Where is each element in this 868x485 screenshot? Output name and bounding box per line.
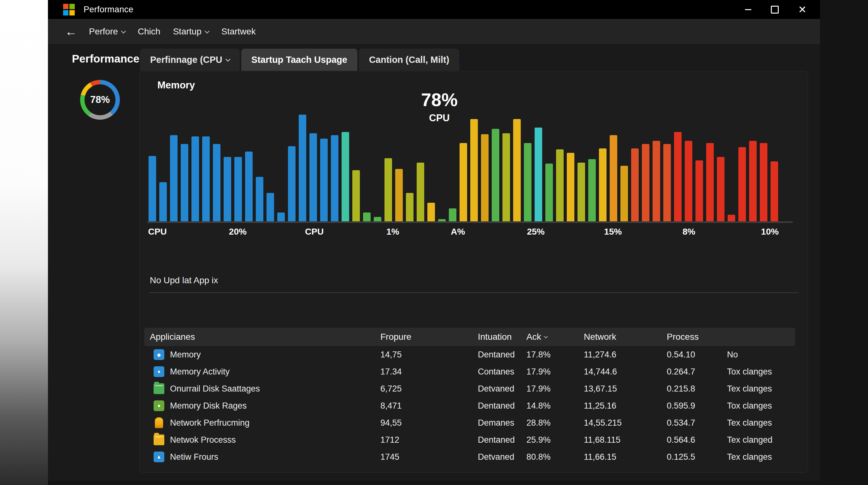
chart-bar (599, 148, 607, 221)
chart-title: Memory (157, 80, 195, 91)
cell-status: No (727, 350, 795, 360)
gauge-center: 78% (85, 84, 116, 115)
nav-item-startwek[interactable]: Startwek (221, 27, 256, 37)
cell-process: 0.215.8 (667, 384, 727, 394)
chart-bar (760, 143, 767, 221)
column-header-applicianes[interactable]: Applicianes (144, 332, 380, 342)
chevron-down-icon (205, 28, 210, 33)
cell-intuation: Dentaned (478, 435, 526, 445)
chart-axis-line (147, 221, 793, 223)
chart-bar (224, 157, 231, 221)
nav-item-label: Startup (173, 27, 201, 37)
memory-disk-icon: ● (154, 400, 164, 411)
cell-process: 0.595.9 (667, 401, 727, 411)
cell-ack: 17.9% (526, 384, 584, 394)
cell-network: 11,68.115 (584, 435, 667, 445)
process-name: Onurrail Disk Saattages (170, 384, 260, 394)
performance-card: Memory 78% CPU CPU20%CPU1%A%25%15%8%10% … (140, 71, 808, 473)
cell-fropure: 8,471 (380, 401, 478, 411)
tab-label: Startup Taach Uspage (251, 55, 347, 65)
chart-bar (738, 147, 746, 221)
table-row[interactable]: Netwok Processs1712Dentaned25.9%11,68.11… (144, 431, 795, 448)
chart-bar (610, 135, 617, 221)
table-row[interactable]: Network Perfrucming94,55Demanes28.8%14,5… (144, 414, 795, 431)
cell-intuation: Contanes (478, 367, 526, 377)
chart-bar (256, 177, 264, 221)
chart-bar (653, 141, 660, 221)
cell-ack: 28.8% (526, 418, 584, 428)
nav-item-chich[interactable]: Chich (138, 27, 160, 37)
chevron-down-icon (225, 57, 230, 62)
cell-name: ●Memory Activity (144, 366, 380, 377)
column-header-intuation[interactable]: Intuation (478, 332, 526, 342)
chart-bar (352, 170, 360, 221)
cell-fropure: 1745 (380, 452, 478, 462)
nav-item-startup[interactable]: Startup (173, 27, 209, 37)
cell-process: 0.54.10 (667, 350, 727, 360)
axis-tick-label: 8% (683, 227, 695, 237)
chart-bar (309, 133, 317, 221)
chart-tick-labels: CPU20%CPU1%A%25%15%8%10% (149, 227, 781, 238)
process-name: Netiw Frours (170, 452, 218, 462)
cell-network: 11,274.6 (584, 350, 667, 360)
column-header-ack[interactable]: Ack (526, 332, 584, 342)
chart-bar (159, 182, 167, 221)
maximize-button[interactable] (771, 6, 779, 13)
minimize-button[interactable] (745, 9, 751, 10)
column-header-label: Ack (526, 332, 541, 342)
cell-intuation: Dentaned (478, 401, 526, 411)
windows-logo-icon (63, 4, 75, 16)
cell-ack: 17.8% (526, 350, 584, 360)
disk-storage-folder-icon (154, 383, 164, 394)
gauge-value: 78% (90, 94, 110, 106)
tab-perfinnage-cpu[interactable]: Perfinnage (CPU (140, 49, 240, 71)
chart-bar (288, 146, 296, 221)
column-header-process[interactable]: Process (667, 332, 727, 342)
column-header-fropure[interactable]: Fropure (380, 332, 478, 342)
table-row[interactable]: ●Memory Disk Rages8,471Dentaned14.8%11,2… (144, 397, 795, 414)
chart-bar (771, 161, 778, 221)
tab-label: Perfinnage (CPU (150, 55, 222, 65)
chart-bar (460, 143, 467, 221)
cell-network: 11,66.15 (584, 452, 667, 462)
chart-bar (342, 132, 349, 221)
chart-bar (535, 127, 542, 221)
back-button[interactable]: ← (65, 26, 77, 37)
tab-startup-taach-uspage[interactable]: Startup Taach Uspage (241, 49, 358, 71)
network-image-icon: ▲ (154, 452, 164, 462)
close-button[interactable]: × (798, 3, 806, 16)
column-header-label: Fropure (380, 332, 411, 342)
table-row[interactable]: ●Memory Activity17.34Contanes17.9%14,744… (144, 363, 795, 380)
main-content: Performance 78% Perfinnage (CPUStartup T… (48, 44, 820, 481)
nav-item-label: Perfore (89, 27, 118, 37)
cell-fropure: 1712 (380, 435, 478, 445)
chart-bar (427, 203, 435, 221)
table-row[interactable]: ▲Netiw Frours1745Detvaned80.8%11,66.150.… (144, 448, 795, 465)
cell-name: ●Memory Disk Rages (144, 400, 380, 411)
chart-bar (181, 144, 188, 221)
table-row[interactable]: ◆Memory14,75Dentaned17.8%11,274.60.54.10… (144, 346, 795, 363)
chart-bar (470, 119, 478, 221)
nav-item-label: Chich (138, 27, 160, 37)
cell-intuation: Dentaned (478, 350, 526, 360)
chart-bar (395, 169, 403, 221)
axis-tick-label: A% (451, 227, 465, 237)
column-header-network[interactable]: Network (584, 332, 667, 342)
memory-activity-icon: ● (154, 366, 164, 377)
nav-item-perfore[interactable]: Perfore (89, 27, 125, 37)
table-row[interactable]: Onurrail Disk Saattages6,725Detvaned17.9… (144, 380, 795, 397)
chart-bar (556, 149, 564, 221)
chart-bar (331, 135, 338, 221)
process-name: Memory Disk Rages (170, 401, 247, 411)
window-controls: × (745, 3, 806, 16)
chart-bar (717, 157, 724, 221)
sort-caret-icon (544, 334, 548, 339)
cell-process: 0.564.6 (667, 435, 727, 445)
nav-item-label: Startwek (221, 27, 256, 37)
cell-name: Netwok Processs (144, 434, 380, 445)
tab-cantion-call-milt[interactable]: Cantion (Call, Milt) (359, 49, 460, 71)
chart-bar (492, 129, 499, 221)
cell-network: 14,744.6 (584, 367, 667, 377)
process-name: Memory (170, 350, 201, 360)
cell-status: Tox clanges (727, 401, 795, 411)
